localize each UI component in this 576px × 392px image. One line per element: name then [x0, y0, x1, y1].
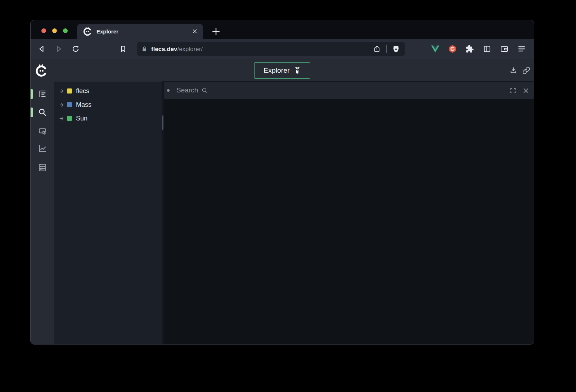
- tree-row-sun[interactable]: Sun: [54, 111, 162, 125]
- search-panel-button[interactable]: [38, 108, 47, 117]
- vue-devtools-icon: [431, 44, 440, 54]
- query-results-area: [164, 99, 534, 345]
- tree-row-mass[interactable]: Mass: [54, 98, 162, 111]
- download-icon[interactable]: [509, 67, 517, 74]
- fullscreen-icon[interactable]: [509, 87, 517, 94]
- chart-panel-button[interactable]: [38, 144, 47, 153]
- expand-arrow-icon[interactable]: [59, 88, 64, 94]
- close-panel-icon[interactable]: [522, 87, 530, 94]
- browser-tab[interactable]: Explorer: [77, 24, 203, 39]
- search-placeholder: Search: [176, 86, 198, 94]
- browser-menu-button[interactable]: [516, 43, 527, 55]
- tree-panel-button[interactable]: [38, 89, 47, 99]
- url-path: /explorer/: [177, 46, 203, 52]
- entity-color-swatch: [67, 88, 72, 94]
- entity-label: Mass: [76, 101, 91, 109]
- expand-arrow-icon[interactable]: [59, 102, 64, 108]
- app-body: flecs Mass: [31, 81, 534, 345]
- tab-bar: Explorer: [31, 20, 534, 39]
- back-button[interactable]: [36, 43, 48, 55]
- hexagon-extension-icon: [448, 44, 457, 54]
- query-panel-actions: [509, 82, 530, 99]
- panel-resize-handle[interactable]: [162, 81, 164, 345]
- app-title-button[interactable]: Explorer: [254, 62, 310, 79]
- reload-button[interactable]: [70, 43, 81, 55]
- bookmark-button[interactable]: [117, 43, 129, 55]
- urlbar-divider: [386, 45, 387, 53]
- extension-icons: [429, 43, 527, 55]
- tree-row-flecs[interactable]: flecs: [54, 84, 162, 98]
- wallet-button[interactable]: [499, 43, 510, 55]
- minimize-window-button[interactable]: [52, 28, 57, 33]
- lock-icon: [141, 45, 148, 53]
- query-panel: Search: [164, 81, 534, 345]
- tree-active-indicator: [30, 89, 33, 99]
- browser-toolbar: flecs.dev/explorer/: [31, 39, 534, 59]
- bookmark-icon: [119, 45, 127, 53]
- back-icon: [37, 45, 46, 53]
- entity-tree-panel: flecs Mass: [54, 81, 162, 345]
- search-input[interactable]: Search: [176, 86, 208, 94]
- brave-shield-icon[interactable]: [392, 45, 400, 53]
- url-domain: flecs.dev: [151, 46, 177, 52]
- app-header: Explorer: [31, 59, 534, 81]
- extensions-button[interactable]: [464, 43, 476, 55]
- traffic-lights: [41, 28, 68, 33]
- browser-window: Explorer: [30, 20, 534, 345]
- sidebar-icon: [483, 45, 491, 53]
- url-text: flecs.dev/explorer/: [151, 46, 373, 53]
- new-tab-button[interactable]: [211, 27, 221, 36]
- query-panel-header: Search: [164, 82, 534, 99]
- menu-icon: [517, 45, 526, 53]
- scrollbar-thumb[interactable]: [162, 115, 163, 130]
- tables-panel-button[interactable]: [38, 163, 47, 172]
- app-header-actions: [509, 59, 530, 82]
- sidebar-button[interactable]: [481, 43, 493, 55]
- extensions-puzzle-icon: [465, 45, 474, 53]
- entity-color-swatch: [67, 116, 72, 121]
- flecs-logo-icon[interactable]: [35, 64, 48, 77]
- drag-dot-icon[interactable]: [167, 89, 170, 92]
- vue-devtools-button[interactable]: [429, 43, 441, 55]
- flecs-explorer-app: Explorer: [31, 59, 534, 345]
- entity-label: flecs: [76, 87, 89, 95]
- entity-color-swatch: [67, 102, 72, 107]
- wallet-icon: [500, 45, 509, 53]
- search-icon: [201, 87, 208, 94]
- icon-rail: [31, 81, 54, 345]
- app-title: Explorer: [264, 67, 289, 74]
- expand-arrow-icon[interactable]: [59, 116, 64, 121]
- fullscreen-window-button[interactable]: [63, 28, 68, 33]
- share-icon[interactable]: [373, 45, 381, 53]
- reload-icon: [71, 45, 80, 53]
- close-window-button[interactable]: [41, 28, 46, 33]
- search-active-indicator: [30, 108, 33, 117]
- remote-icon: [294, 67, 301, 74]
- hexagon-extension-button[interactable]: [447, 43, 458, 55]
- forward-button: [53, 43, 64, 55]
- forward-icon: [54, 45, 63, 53]
- flecs-favicon-icon: [83, 27, 92, 36]
- link-icon[interactable]: [522, 67, 530, 74]
- tab-title: Explorer: [96, 28, 192, 35]
- tab-close-icon[interactable]: [192, 28, 198, 35]
- inspector-panel-button[interactable]: [38, 127, 47, 136]
- address-bar[interactable]: flecs.dev/explorer/: [137, 42, 405, 56]
- entity-label: Sun: [76, 115, 87, 122]
